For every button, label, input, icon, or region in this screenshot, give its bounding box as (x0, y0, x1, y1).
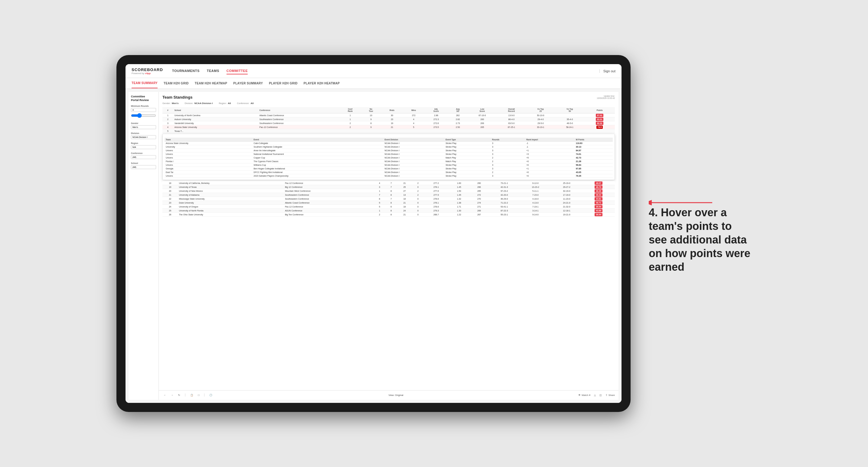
cell-points[interactable]: 48.71 (582, 201, 615, 205)
cell-vs50: 35-4-0 (555, 117, 585, 121)
cell-overall: 97-23-2 (489, 189, 520, 193)
cell-points[interactable]: 38.94 (582, 213, 615, 217)
points-value[interactable]: 97.02 (596, 114, 604, 117)
division-filter-label: Division: (185, 102, 193, 105)
cell-rnds (381, 129, 403, 133)
export-button[interactable]: △ (594, 394, 596, 397)
tooltip-rounds: 2 (491, 156, 525, 160)
division-select[interactable]: NCAA Division I (131, 135, 156, 139)
report-main: Team Standings Update time:13/03/2024 10… (159, 92, 619, 390)
share-button[interactable]: ⇧ Share (606, 394, 615, 397)
cell-points[interactable]: 43.89 (582, 209, 615, 213)
cell-points[interactable]: 48.70 (582, 185, 615, 189)
cell-points[interactable]: 93.31 (584, 117, 615, 121)
region-select[interactable]: N/A (131, 145, 156, 149)
points-value[interactable]: 48.49 (595, 189, 602, 193)
back-button[interactable]: ← (162, 393, 167, 397)
points-value[interactable]: 48.43 (595, 193, 602, 196)
conference-label: Conference (131, 152, 156, 154)
cell-points[interactable]: 48.49 (582, 189, 615, 193)
cell-overall (497, 129, 526, 133)
subnav-team-h2h-grid[interactable]: TEAM H2H GRID (164, 78, 189, 88)
cell-points[interactable]: 79.5 (584, 125, 615, 129)
tooltip-rank-impact: -1 (525, 142, 575, 145)
points-value[interactable]: 43.89 (595, 209, 602, 212)
cell-rank: 26 (162, 213, 178, 217)
toolbar-center: View: Original (388, 394, 403, 397)
min-rounds-input[interactable] (131, 108, 156, 112)
tooltip-event: DFCC Fighting Illini Invitational (252, 170, 383, 174)
nav-committee[interactable]: COMMITTEE (226, 68, 248, 74)
points-value[interactable]: 48.71 (595, 201, 602, 205)
cell-vs50: 12-18-1 (551, 209, 582, 213)
cell-overall: 63-5-0 (497, 121, 526, 125)
cell-vs25: 50-10-0 (526, 114, 555, 117)
copy-button[interactable]: 📋 (189, 393, 194, 397)
cell-no-tour: 10 (361, 114, 381, 117)
school-select[interactable]: (All) (131, 165, 156, 169)
cell-vs25: 13-23-2 (520, 185, 551, 189)
grid-button[interactable]: ◫ (599, 394, 602, 397)
points-value[interactable]: 48.07 (595, 182, 602, 185)
cell-vs25 (526, 129, 555, 133)
subnav-team-summary[interactable]: TEAM SUMMARY (131, 78, 158, 88)
report-toolbar: ← → ↻ | 📋 □ | 🕐 View (159, 390, 619, 400)
separator-2: | (204, 393, 205, 397)
cell-overall: 87-25-1 (497, 125, 526, 129)
subnav-player-h2h-heatmap[interactable]: PLAYER H2H HEATMAP (304, 78, 340, 88)
tooltip-rank-impact: +0 (525, 163, 575, 167)
cell-wins (403, 129, 424, 133)
min-rounds-slider[interactable] (131, 113, 156, 118)
tooltip-event: National Invitational Tournament (252, 152, 383, 156)
sign-out-link[interactable]: Sign out (599, 69, 616, 73)
cell-vs50: 11-23-0 (551, 197, 582, 201)
cell-conference: Atlantic Coast Conference (258, 114, 339, 117)
cell-adj-score: 277.2 (424, 181, 448, 185)
subnav-player-h2h-grid[interactable]: PLAYER H2H GRID (269, 78, 298, 88)
tooltip-team: Univers (164, 156, 252, 160)
gender-select[interactable]: Men's Women's (131, 125, 156, 129)
cell-points[interactable]: 97.02 (584, 114, 615, 117)
cell-conference: Pac-12 Conference (284, 205, 374, 209)
clock-button[interactable]: 🕐 (208, 393, 214, 397)
subnav-team-h2h-heatmap[interactable]: TEAM H2H HEATMAP (195, 78, 227, 88)
tooltip-rank-impact: +5 (525, 156, 575, 160)
cell-low-score: 272 (469, 193, 489, 197)
points-value-hovered[interactable]: 79.5 (596, 126, 603, 129)
table-row: 1 University of North Carolina Atlantic … (162, 114, 615, 117)
points-value[interactable]: 93.31 (596, 118, 604, 121)
cell-conference: Pac-12 Conference (284, 181, 374, 185)
cell-points[interactable]: 43.81 (582, 197, 615, 201)
points-value[interactable]: 38.54 (595, 205, 602, 208)
cell-school: Texas T... (173, 129, 258, 133)
report-title: Team Standings (162, 95, 192, 99)
cell-points (584, 129, 615, 133)
col-conference: Conference (258, 107, 339, 114)
cell-conf-rank: 2 (339, 121, 361, 125)
points-value[interactable]: 43.81 (595, 197, 602, 200)
nav-tournaments[interactable]: TOURNAMENTS (172, 68, 199, 74)
forward-button[interactable]: → (170, 393, 175, 397)
cell-vs50: 24-21-0 (551, 201, 582, 205)
cell-wins: 4 (403, 121, 424, 125)
points-value[interactable]: 38.94 (595, 213, 602, 216)
annotation-area: 4. Hover over a team's points to see add… (630, 194, 751, 274)
crop-button[interactable]: □ (197, 393, 201, 397)
points-value[interactable]: 48.70 (595, 185, 602, 189)
cell-points[interactable]: 90.32 (584, 121, 615, 125)
subnav-player-summary[interactable]: PLAYER SUMMARY (233, 78, 263, 88)
cell-points[interactable]: 38.54 (582, 205, 615, 209)
cell-adj-score: 279.3 (424, 209, 448, 213)
conference-select[interactable]: (All) (131, 155, 156, 159)
nav-teams[interactable]: TEAMS (207, 68, 219, 74)
points-value[interactable]: 90.32 (596, 122, 604, 125)
table-row: 20 University of New Mexico Mountain Wes… (162, 189, 615, 193)
refresh-button[interactable]: ↻ (177, 393, 182, 397)
tooltip-rounds: 3 (491, 174, 525, 178)
cell-rnds: 21 (397, 213, 412, 217)
cell-wins: 5 (403, 125, 424, 129)
cell-points[interactable]: 48.43 (582, 193, 615, 197)
tooltip-rank-impact: +3 (525, 152, 575, 156)
cell-points[interactable]: 48.07 (582, 181, 615, 185)
watch-button[interactable]: 👁 Watch ▾ (578, 394, 590, 397)
